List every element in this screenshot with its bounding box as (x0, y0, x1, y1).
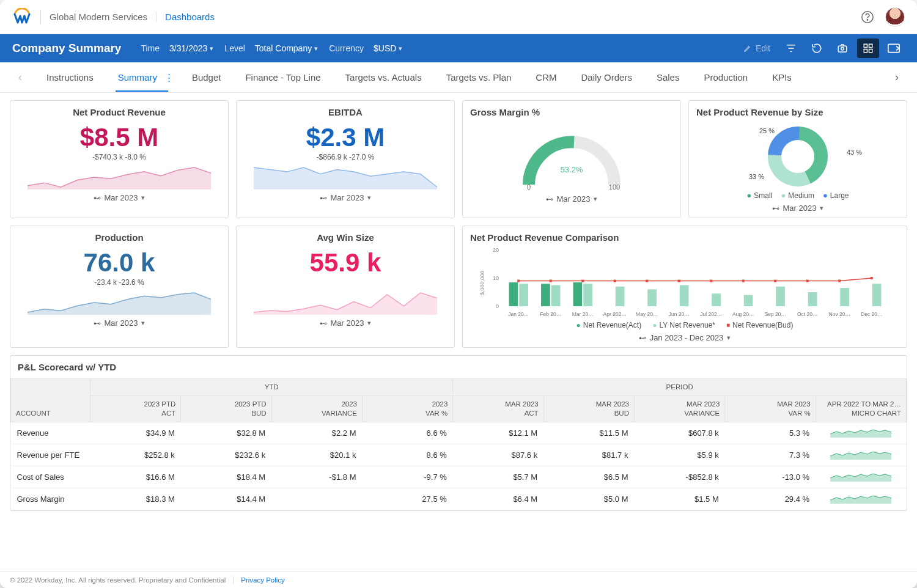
card-period-selector[interactable]: ⊷Mar 2023▾ (696, 204, 899, 213)
filter-level[interactable]: Total Company▾ (255, 43, 318, 53)
pin-icon: ⊷ (320, 194, 327, 202)
cell-value: $2.2 M (271, 422, 362, 444)
filter-currency-label: Currency (329, 43, 364, 53)
col-micro: APR 2022 TO MAR 2… MICRO CHART (816, 395, 906, 422)
svg-text:Jul 202…: Jul 202… (700, 311, 722, 317)
table-row[interactable]: Revenue$34.9 M$32.8 M$2.2 M6.6 %$12.1 M$… (11, 422, 907, 444)
cell-value: $34.9 M (90, 422, 181, 444)
grid-view-icon[interactable] (857, 39, 879, 58)
chevron-down-icon: ▾ (594, 195, 597, 203)
scorecard-table[interactable]: ACCOUNT YTD PERIOD 2023 PTD ACT 2023 PTD… (10, 378, 907, 510)
pin-icon: ⊷ (94, 319, 101, 328)
card-ebitda[interactable]: EBITDA $2.3 M -$866.9 k -27.0 % ⊷Mar 202… (236, 100, 455, 218)
table-row[interactable]: Gross Margin$18.3 M$14.4 M27.5 %$6.4 M$5… (11, 488, 907, 510)
table-row[interactable]: Revenue per FTE$252.8 k$232.6 k$20.1 k8.… (11, 444, 907, 466)
tab-production[interactable]: Production (704, 64, 748, 91)
cell-value: $87.6 k (453, 444, 543, 466)
card-period-selector[interactable]: ⊷Mar 2023▾ (18, 318, 221, 328)
cell-value: 27.5 % (362, 488, 452, 510)
tabs-next-icon[interactable]: › (895, 71, 899, 84)
svg-text:100: 100 (609, 183, 620, 191)
tab-kpis[interactable]: KPIs (772, 64, 792, 91)
svg-rect-7 (869, 50, 872, 53)
svg-rect-35 (680, 285, 689, 307)
card-title: Avg Win Size (244, 232, 447, 243)
tab-finance[interactable]: Finance - Top Line (245, 64, 320, 91)
tab-daily-orders[interactable]: Daily Orders (581, 64, 632, 91)
card-title: Net Product Revenue (18, 107, 221, 117)
chevron-down-icon: ▾ (314, 45, 318, 53)
chevron-down-icon: ▾ (367, 319, 371, 327)
tab-targets-actuals[interactable]: Targets vs. Actuals (345, 64, 422, 91)
cell-micro (816, 466, 906, 488)
kpi-delta: -23.4 k -23.6 % (18, 278, 221, 287)
refresh-icon[interactable] (806, 39, 828, 58)
edit-button[interactable]: Edit (737, 43, 776, 53)
breadcrumb-dashboards[interactable]: Dashboards (156, 12, 215, 22)
cell-value: -$1.8 M (271, 466, 362, 488)
workday-logo[interactable] (12, 7, 32, 27)
cell-value: $18.3 M (90, 488, 181, 510)
svg-rect-41 (776, 287, 785, 306)
pin-icon: ⊷ (639, 334, 646, 342)
sparkline (18, 165, 221, 189)
filter-currency[interactable]: $USD▾ (374, 43, 402, 53)
card-period-selector[interactable]: ⊷Mar 2023▾ (470, 194, 673, 204)
tab-menu-icon[interactable]: ⋮ (164, 72, 174, 83)
help-icon[interactable] (861, 10, 874, 24)
sparkline (244, 165, 447, 189)
snapshot-icon[interactable] (831, 39, 853, 58)
card-period-selector[interactable]: ⊷Mar 2023▾ (244, 193, 447, 202)
tab-crm[interactable]: CRM (536, 64, 556, 91)
cell-value: 29.4 % (725, 488, 816, 510)
pin-icon: ⊷ (94, 194, 101, 202)
cell-value: $32.8 M (181, 422, 271, 444)
card-period-selector[interactable]: ⊷Mar 2023▾ (244, 318, 447, 328)
svg-text:$,000,000: $,000,000 (479, 271, 485, 295)
card-production[interactable]: Production 76.0 k -23.4 k -23.6 % ⊷Mar 2… (10, 226, 229, 348)
card-period-selector[interactable]: ⊷Jan 2023 - Dec 2023▾ (470, 333, 899, 342)
tab-budget[interactable]: Budget (192, 64, 221, 91)
tabs-prev-icon[interactable]: ‹ (18, 71, 22, 84)
svg-text:Apr 202…: Apr 202… (603, 311, 627, 317)
cell-value: $5.7 M (453, 466, 543, 488)
comparison-chart: 01020$,000,000Jan 20…Feb 20…Mar 20…Apr 2… (470, 246, 899, 320)
user-avatar[interactable] (885, 7, 905, 27)
copyright: © 2022 Workday, Inc. All rights reserved… (10, 576, 226, 584)
svg-text:33 %: 33 % (749, 173, 764, 180)
sparkline (18, 290, 221, 315)
card-net-product-revenue[interactable]: Net Product Revenue $8.5 M -$740.3 k -8.… (10, 100, 229, 218)
filter-time[interactable]: 3/31/2023▾ (169, 43, 213, 53)
privacy-link[interactable]: Privacy Policy (233, 576, 285, 584)
svg-rect-6 (864, 50, 867, 53)
svg-rect-60 (871, 277, 873, 279)
filter-icon[interactable] (780, 39, 802, 58)
card-period-selector[interactable]: ⊷Mar 2023▾ (18, 193, 221, 202)
tab-targets-plan[interactable]: Targets vs. Plan (446, 64, 512, 91)
svg-text:May 20…: May 20… (636, 311, 658, 317)
tab-summary[interactable]: Summary (118, 64, 157, 91)
svg-rect-8 (888, 44, 899, 52)
svg-rect-55 (710, 280, 712, 282)
cell-micro (816, 488, 906, 510)
cell-value: -9.7 % (362, 466, 452, 488)
col-account: ACCOUNT (11, 379, 90, 422)
page-title: Company Summary (12, 42, 121, 55)
svg-text:0: 0 (496, 303, 499, 309)
card-npr-comparison[interactable]: Net Product Revenue Comparison 01020$,00… (462, 226, 907, 348)
tab-instructions[interactable]: Instructions (46, 64, 94, 91)
kpi-value: $2.3 M (244, 123, 447, 152)
table-row[interactable]: Cost of Sales$16.6 M$18.4 M-$1.8 M-9.7 %… (11, 466, 907, 488)
filter-time-label: Time (141, 43, 160, 53)
card-gross-margin[interactable]: Gross Margin % 53.2% 0 100 ⊷Mar 2023▾ (462, 100, 681, 218)
card-avg-win-size[interactable]: Avg Win Size 55.9 k ⊷Mar 2023▾ (236, 226, 455, 348)
scorecard: P&L Scorecard w/ YTD ACCOUNT YTD PERIOD … (10, 355, 907, 511)
card-npr-by-size[interactable]: Net Product Revenue by Size 43 % 33 % 25… (688, 100, 907, 218)
cell-value: $18.4 M (181, 466, 271, 488)
svg-text:Nov 20…: Nov 20… (829, 311, 850, 317)
present-icon[interactable] (883, 39, 905, 58)
tab-sales[interactable]: Sales (657, 64, 680, 91)
col-group-ytd: YTD (90, 379, 453, 396)
svg-text:Jun 20…: Jun 20… (669, 311, 690, 317)
svg-rect-33 (647, 289, 657, 306)
